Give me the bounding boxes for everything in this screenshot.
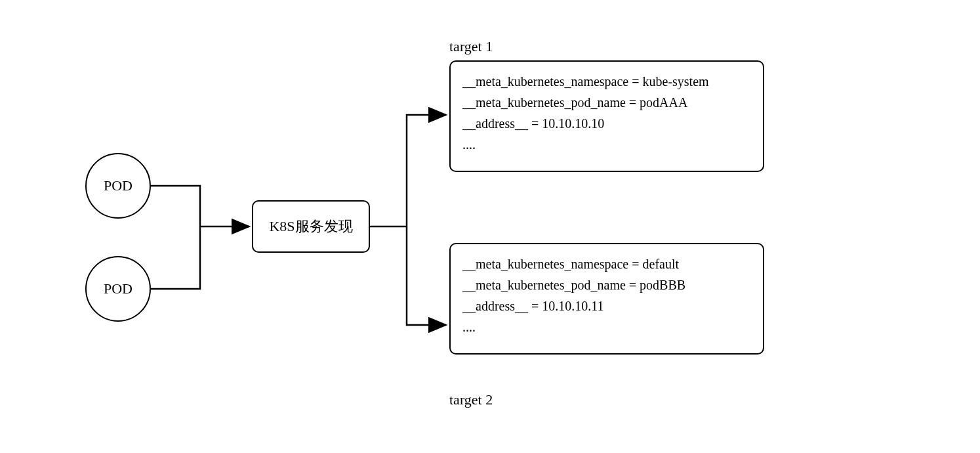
target-1-line-2: __address__ = 10.10.10.10 — [462, 113, 751, 134]
pod-node-1: POD — [85, 153, 151, 219]
target-1-title: target 1 — [449, 38, 493, 55]
pod-node-2: POD — [85, 256, 151, 322]
target-2-line-3: .... — [462, 316, 751, 337]
target-2-title: target 2 — [449, 391, 493, 408]
target-1-line-1: __meta_kubernetes_pod_name = podAAA — [462, 92, 751, 113]
target-1-line-0: __meta_kubernetes_namespace = kube-syste… — [462, 71, 751, 92]
service-discovery-box: K8S服务发现 — [252, 200, 370, 253]
target-2-line-0: __meta_kubernetes_namespace = default — [462, 253, 751, 274]
target-1-box: __meta_kubernetes_namespace = kube-syste… — [449, 60, 764, 172]
service-label: K8S服务发现 — [269, 217, 352, 236]
pod-label-2: POD — [104, 280, 133, 297]
target-1-line-3: .... — [462, 134, 751, 155]
target-2-box: __meta_kubernetes_namespace = default __… — [449, 243, 764, 355]
target-2-line-1: __meta_kubernetes_pod_name = podBBB — [462, 274, 751, 295]
pod-label-1: POD — [104, 177, 133, 194]
target-2-line-2: __address__ = 10.10.10.11 — [462, 295, 751, 316]
